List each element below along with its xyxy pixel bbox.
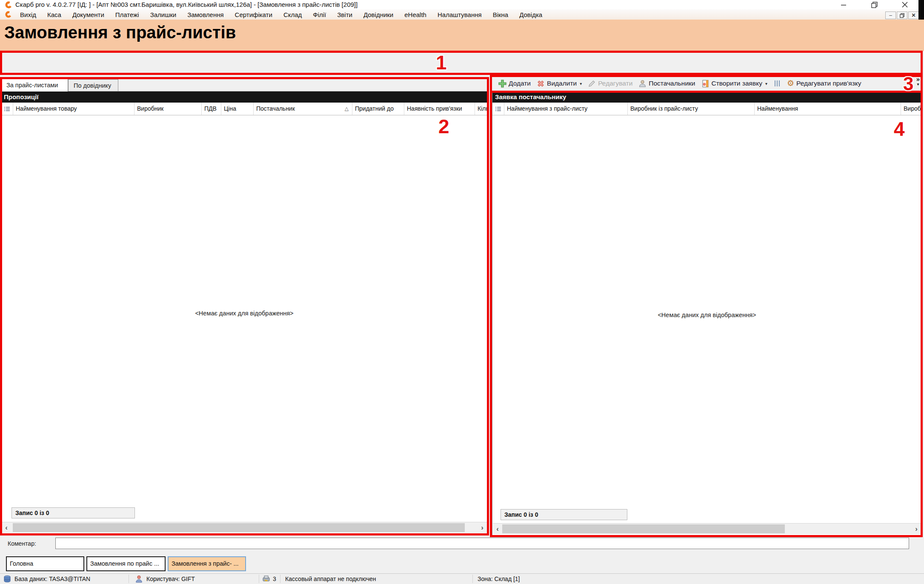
close-button[interactable] — [899, 1, 911, 9]
column-manufacturer[interactable]: Виробн — [901, 103, 921, 115]
record-counter: Запис 0 із 0 — [11, 507, 135, 518]
column-quantity[interactable]: Кількі — [475, 103, 487, 115]
scroll-left-icon[interactable]: ‹ — [493, 524, 502, 534]
menu-documents[interactable]: Документи — [67, 11, 110, 18]
comment-label: Коментар: — [8, 540, 36, 547]
page-header: Замовлення з прайс-листів — [0, 20, 924, 51]
column-price[interactable]: Ціна — [221, 103, 254, 115]
column-binding-presence[interactable]: Наявність прив'язки — [404, 103, 475, 115]
menu-warehouse[interactable]: Склад — [278, 11, 307, 18]
taskbar-tab-home[interactable]: Головна — [6, 556, 84, 571]
menu-bar: Вихід Каса Документи Платежі Залишки Зам… — [0, 9, 924, 20]
printer-icon — [262, 575, 270, 583]
proposals-header: Пропозиції — [1, 92, 487, 103]
database-label: База даних: TASA3@TITAN — [14, 575, 90, 582]
scroll-right-icon[interactable]: › — [478, 522, 487, 533]
menu-windows[interactable]: Вікна — [487, 11, 514, 18]
divider — [472, 575, 473, 583]
supplier-request-header: Заявка постачальнику — [492, 92, 921, 103]
gear-icon: ⚙ — [787, 80, 794, 87]
column-supplier[interactable]: Постачальник △ — [254, 103, 352, 115]
comment-input[interactable] — [55, 538, 909, 549]
add-button[interactable]: Додати — [495, 80, 534, 88]
horizontal-scrollbar[interactable]: ‹ › — [493, 523, 921, 534]
edit-button[interactable]: Редагувати — [585, 80, 635, 88]
column-chooser-icon[interactable] — [492, 103, 504, 115]
mdi-close-button[interactable]: ✕ — [908, 11, 919, 19]
menu-reports[interactable]: Звіти — [332, 11, 358, 18]
price-lists-panel: За прайс-листами По довіднику Пропозиції… — [1, 78, 488, 535]
divider — [259, 575, 259, 583]
zone-label: Зона: Склад [1] — [478, 575, 520, 582]
columns-button[interactable] — [770, 80, 784, 87]
tab-by-directory[interactable]: По довіднику — [68, 79, 118, 92]
mdi-minimize-button[interactable]: – — [885, 11, 896, 19]
app-logo-icon — [5, 1, 12, 9]
window-title: Скарб pro v. 4.0.2.77 [ІД: ] - [Апт №003… — [15, 1, 358, 8]
scroll-right-icon[interactable]: › — [912, 524, 921, 534]
toolbar-overflow-button[interactable]: » ▾ — [915, 76, 921, 90]
edit-binding-button[interactable]: ⚙ Редагувати прив'язку — [784, 80, 864, 87]
overflow-chevron-icon: » — [915, 76, 921, 82]
menu-branches[interactable]: Філії — [307, 11, 332, 18]
column-vat[interactable]: ПДВ — [202, 103, 221, 115]
divider — [129, 575, 129, 583]
plus-icon — [498, 80, 506, 88]
title-bar: Скарб pro v. 4.0.2.77 [ІД: ] - [Апт №003… — [0, 0, 924, 9]
proposals-grid: Пропозиції Найменування товару Виробник … — [1, 91, 488, 535]
mdi-restore-button[interactable] — [897, 11, 907, 19]
status-bar: База даних: TASA3@TITAN Користувач: GIFT… — [0, 573, 924, 584]
record-counter: Запис 0 із 0 — [501, 509, 627, 520]
supplier-request-toolbar: Додати Видалити ▾ Редагувати Постачальни… — [492, 76, 922, 91]
taskbar-tab-order-from-price[interactable]: Замовлення з прайс- ... — [168, 556, 246, 571]
column-chooser-icon[interactable] — [1, 103, 13, 115]
menu-kasa[interactable]: Каса — [42, 11, 67, 18]
columns-icon — [773, 80, 781, 87]
taskbar-tab-order-by-price[interactable]: Замовлення по прайс ... — [86, 556, 166, 571]
tab-by-price-lists[interactable]: За прайс-листами — [1, 78, 68, 92]
sort-indicator-icon: △ — [345, 106, 349, 112]
divider — [280, 575, 280, 583]
menu-settings[interactable]: Налаштування — [432, 11, 487, 18]
scroll-left-icon[interactable]: ‹ — [2, 522, 11, 533]
menu-stock[interactable]: Залишки — [145, 11, 182, 18]
request-doc-icon — [701, 80, 709, 88]
column-manufacturer-from-pricelist[interactable]: Виробник із прайс-листу — [628, 103, 755, 115]
scrollbar-thumb[interactable] — [502, 524, 785, 533]
restore-button[interactable] — [868, 1, 880, 9]
scrollbar-thumb[interactable] — [13, 523, 465, 532]
minimize-button[interactable] — [838, 1, 850, 9]
column-valid-until[interactable]: Придатний до — [352, 103, 404, 115]
menu-orders[interactable]: Замовлення — [182, 11, 229, 18]
supplier-request-panel: Додати Видалити ▾ Редагувати Постачальни… — [492, 76, 922, 536]
column-product-name[interactable]: Найменування товару — [13, 103, 134, 115]
empty-state-text: <Немає даних для відображення> — [492, 312, 921, 318]
menu-help[interactable]: Довідка — [514, 11, 548, 18]
delete-button[interactable]: Видалити ▾ — [534, 80, 585, 88]
suppliers-button[interactable]: Постачальники — [635, 80, 698, 88]
menu-payments[interactable]: Платежі — [110, 11, 145, 18]
horizontal-scrollbar[interactable]: ‹ › — [2, 522, 487, 533]
screen-edge — [918, 0, 924, 20]
create-request-button[interactable]: Створити заявку ▾ — [698, 80, 770, 88]
pencil-icon — [588, 80, 596, 88]
column-manufacturer[interactable]: Виробник — [134, 103, 202, 115]
app-logo-icon — [5, 11, 12, 18]
dropdown-arrow-icon: ▾ — [580, 81, 582, 86]
cash-register-status: Кассовый аппарат не подключен — [285, 575, 376, 582]
request-column-headers: Найменування з прайс-листу Виробник із п… — [492, 103, 921, 115]
supplier-request-grid: Заявка постачальнику Найменування з прай… — [492, 91, 922, 536]
proposals-column-headers: Найменування товару Виробник ПДВ Ціна По… — [1, 103, 487, 115]
menu-ehealth[interactable]: eHealth — [399, 11, 432, 18]
column-name-from-pricelist[interactable]: Найменування з прайс-листу — [504, 103, 628, 115]
delete-x-icon — [537, 80, 545, 88]
menu-certificates[interactable]: Сертифікати — [229, 11, 278, 18]
page-title: Замовлення з прайс-листів — [4, 23, 236, 42]
user-icon — [135, 575, 143, 583]
app-window: Скарб pro v. 4.0.2.77 [ІД: ] - [Апт №003… — [0, 0, 924, 584]
column-name[interactable]: Найменування — [755, 103, 901, 115]
menu-directories[interactable]: Довідники — [358, 11, 399, 18]
database-icon — [3, 575, 11, 583]
menu-exit[interactable]: Вихід — [14, 11, 42, 18]
dropdown-arrow-icon: ▾ — [915, 82, 921, 87]
